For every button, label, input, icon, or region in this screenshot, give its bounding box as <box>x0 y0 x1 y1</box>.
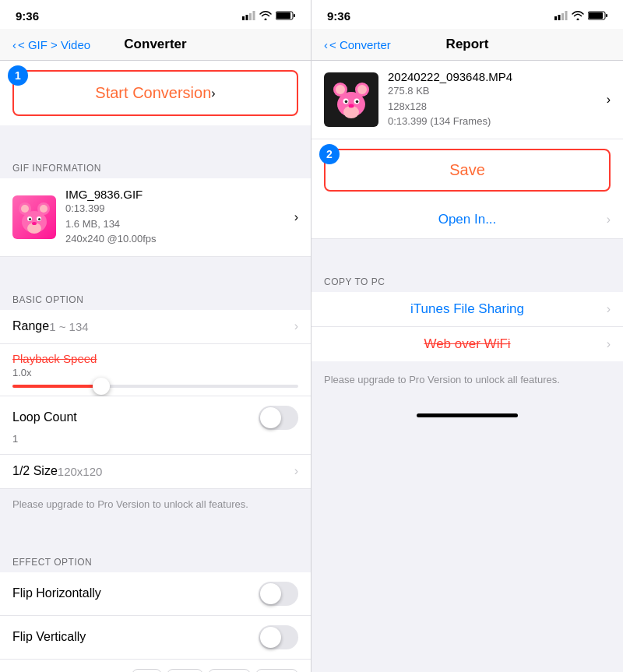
svg-rect-20 <box>561 13 564 20</box>
left-panel: 9:36 ‹ < GIF > Video Converter 1 Start C… <box>0 0 312 672</box>
playback-speed-track[interactable] <box>12 385 298 388</box>
badge-2: 2 <box>319 144 340 164</box>
half-size-item[interactable]: 1/2 Size 120x120 › <box>0 455 311 489</box>
right-content: 20240222_093648.MP4 275.8 KB 128x128 0:1… <box>312 61 623 672</box>
video-duration: 0:13.399 (134 Frames) <box>388 114 607 129</box>
video-thumbnail <box>324 72 378 127</box>
nav-title-right: Report <box>446 37 489 52</box>
flip-vertically-label: Flip Vertically <box>12 630 86 644</box>
open-in-label: Open In... <box>438 212 497 227</box>
svg-point-33 <box>356 100 359 103</box>
time-right: 9:36 <box>327 9 350 23</box>
svg-rect-19 <box>558 15 561 20</box>
gif-size: 1.6 MB, 134 <box>65 216 294 232</box>
nav-bar-left: ‹ < GIF > Video Converter <box>0 29 311 61</box>
rotation-group[interactable]: 0° 90° 180° 270° <box>132 669 299 673</box>
range-item[interactable]: Range 1 ~ 134 › <box>0 310 311 344</box>
open-in-chevron: › <box>607 213 611 227</box>
pro-notice-right: Please upgrade to Pro Version to unlock … <box>312 361 623 398</box>
nav-bar-right: ‹ < Converter Report <box>312 29 623 61</box>
gif-duration: 0:13.399 <box>65 201 294 216</box>
rotation-item[interactable]: Rotation 0° 90° 180° 270° <box>0 660 311 673</box>
half-size-chevron: › <box>294 464 298 478</box>
nav-title-left: Converter <box>124 37 186 52</box>
gif-thumbnail <box>12 195 56 239</box>
svg-point-17 <box>40 205 48 213</box>
gif-chevron: › <box>294 210 298 224</box>
svg-rect-6 <box>294 14 295 17</box>
start-conversion-label: Start Conversion <box>95 84 211 102</box>
badge-1: 1 <box>8 65 28 86</box>
half-size-label: 1/2 Size <box>12 464 58 478</box>
wifi-icon <box>259 9 272 23</box>
svg-point-36 <box>357 85 367 94</box>
web-wifi-item[interactable]: Web over WiFi › <box>312 327 623 361</box>
save-label: Save <box>449 161 485 179</box>
svg-point-14 <box>38 218 40 220</box>
svg-rect-1 <box>246 15 248 20</box>
left-content: 1 Start Conversion › GIF INFORMATION <box>0 61 311 672</box>
svg-rect-0 <box>242 16 245 20</box>
svg-point-16 <box>21 205 29 213</box>
itunes-item[interactable]: iTunes File Sharing › <box>312 292 623 327</box>
range-label: Range <box>12 319 49 333</box>
rotation-180[interactable]: 180° <box>208 669 251 673</box>
basic-option-header: BASIC OPTION <box>0 282 311 310</box>
svg-point-15 <box>32 222 37 225</box>
divider-right-1 <box>312 239 623 264</box>
web-wifi-label: Web over WiFi <box>424 336 510 352</box>
svg-point-34 <box>349 104 354 107</box>
loop-count-label: Loop Count <box>12 410 77 424</box>
battery-icon-right <box>588 9 607 23</box>
flip-horizontally-label: Flip Horizontally <box>12 586 101 600</box>
itunes-label: iTunes File Sharing <box>410 301 524 317</box>
divider-2 <box>0 257 311 282</box>
nav-back-left[interactable]: ‹ < GIF > Video <box>12 38 90 51</box>
status-bar-left: 9:36 <box>0 0 311 29</box>
rotation-90[interactable]: 90° <box>167 669 203 673</box>
video-chevron: › <box>607 93 611 107</box>
svg-rect-2 <box>249 13 252 20</box>
right-panel: 9:36 ‹ < Converter Report <box>312 0 623 672</box>
gif-dimensions: 240x240 @10.00fps <box>65 231 294 247</box>
flip-horizontally-toggle[interactable] <box>259 582 298 606</box>
flip-vertically-toggle[interactable] <box>259 625 298 649</box>
svg-rect-3 <box>253 11 255 20</box>
video-dimensions: 128x128 <box>388 99 607 114</box>
playback-speed-thumb[interactable] <box>93 378 110 395</box>
divider-3 <box>0 519 311 544</box>
signal-icon-right <box>554 9 568 23</box>
battery-icon <box>276 9 295 23</box>
playback-speed-item[interactable]: Playback Speed 1.0x <box>0 344 311 396</box>
svg-rect-24 <box>606 14 607 17</box>
playback-speed-fill <box>12 385 98 388</box>
open-in-item[interactable]: Open In... › <box>312 201 623 239</box>
video-filename: 20240222_093648.MP4 <box>388 70 607 83</box>
flip-horizontally-item[interactable]: Flip Horizontally <box>0 572 311 616</box>
gif-filename: IMG_9836.GIF <box>65 188 294 201</box>
save-section: 2 Save <box>312 139 623 201</box>
loop-count-item[interactable]: Loop Count 1 <box>0 396 311 455</box>
range-chevron: › <box>294 319 298 333</box>
effect-option-header: EFFECT OPTION <box>0 544 311 572</box>
web-wifi-chevron: › <box>607 337 611 351</box>
rotation-270[interactable]: 270° <box>255 669 298 673</box>
playback-speed-label: Playback Speed <box>12 352 298 365</box>
svg-rect-5 <box>276 12 290 19</box>
svg-point-35 <box>336 85 345 94</box>
rotation-0[interactable]: 0° <box>132 669 162 673</box>
flip-vertically-item[interactable]: Flip Vertically <box>0 616 311 660</box>
flip-v-knob <box>260 627 281 648</box>
copy-to-pc-header: COPY TO PC <box>312 264 623 292</box>
loop-count-value: 1 <box>12 433 18 445</box>
status-icons-left <box>242 9 295 23</box>
loop-count-toggle[interactable] <box>259 406 298 430</box>
gif-info-item[interactable]: IMG_9836.GIF 0:13.399 1.6 MB, 134 240x24… <box>0 178 311 257</box>
start-conversion-button[interactable]: 1 Start Conversion › <box>12 70 298 116</box>
loop-toggle-knob <box>260 407 281 428</box>
start-conversion-chevron: › <box>211 86 215 100</box>
save-button[interactable]: 2 Save <box>324 149 611 192</box>
nav-back-right[interactable]: ‹ < Converter <box>324 38 391 51</box>
signal-icon <box>242 9 255 23</box>
video-info-item[interactable]: 20240222_093648.MP4 275.8 KB 128x128 0:1… <box>312 61 623 139</box>
